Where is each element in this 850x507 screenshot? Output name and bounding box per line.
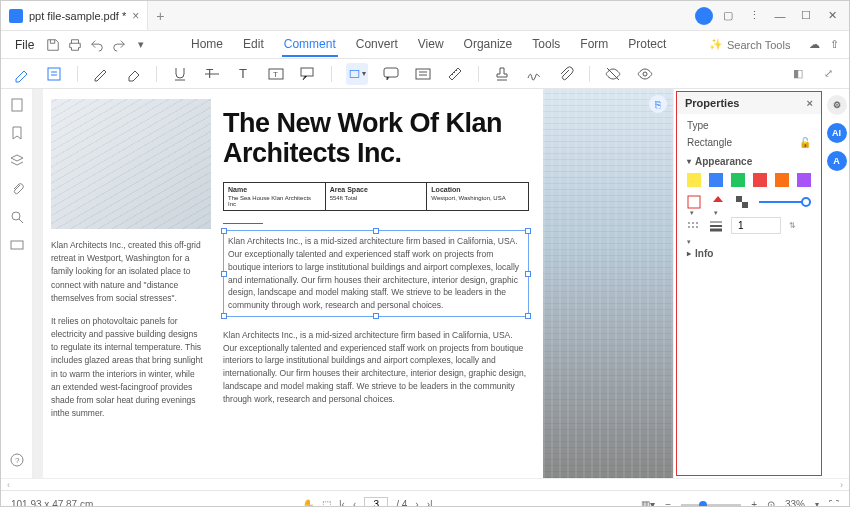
redo-icon[interactable] (112, 38, 126, 52)
settings-rail-icon[interactable]: ⚙ (827, 95, 847, 115)
menu-home[interactable]: Home (189, 33, 225, 57)
properties-close-icon[interactable]: × (807, 97, 813, 109)
resize-handle[interactable] (525, 228, 531, 234)
expand-icon[interactable]: ⤢ (819, 65, 837, 83)
print-icon[interactable] (68, 38, 82, 52)
color-swatch[interactable] (687, 173, 701, 187)
maximize-button[interactable]: ☐ (795, 5, 817, 27)
bookmarks-icon[interactable] (9, 125, 25, 141)
last-page-icon[interactable]: ›| (427, 499, 433, 507)
color-swatch[interactable] (753, 173, 767, 187)
fields-icon[interactable] (9, 237, 25, 253)
strikethrough-icon[interactable]: T (203, 65, 221, 83)
tab-close-icon[interactable]: × (132, 9, 139, 23)
close-window-button[interactable]: ✕ (821, 5, 843, 27)
resize-handle[interactable] (221, 271, 227, 277)
stroke-color-icon[interactable]: ▾ (687, 195, 701, 209)
lock-icon[interactable]: 🔓 (799, 137, 811, 148)
measure-icon[interactable] (446, 65, 464, 83)
selected-textbox[interactable]: Klan Architects Inc., is a mid-sized arc… (223, 230, 529, 317)
opacity-slider[interactable] (759, 201, 811, 203)
select-tool-icon[interactable]: ⬚ (322, 499, 331, 507)
first-page-icon[interactable]: |‹ (339, 499, 345, 507)
menu-view[interactable]: View (416, 33, 446, 57)
save-icon[interactable] (46, 38, 60, 52)
comment-icon[interactable] (382, 65, 400, 83)
area-highlight-icon[interactable] (414, 65, 432, 83)
color-swatch[interactable] (797, 173, 811, 187)
callout-icon[interactable] (299, 65, 317, 83)
page-input[interactable] (364, 497, 388, 507)
highlighter-icon[interactable] (13, 65, 31, 83)
appearance-section[interactable]: ▾Appearance (687, 156, 811, 167)
underline-icon[interactable] (171, 65, 189, 83)
menu-tools[interactable]: Tools (530, 33, 562, 57)
hide-annotations-icon[interactable] (604, 65, 622, 83)
menu-form[interactable]: Form (578, 33, 610, 57)
text-icon[interactable]: T (235, 65, 253, 83)
window-mode-icon[interactable]: ▢ (717, 5, 739, 27)
signature-icon[interactable] (525, 65, 543, 83)
attachments-rail-icon[interactable] (9, 181, 25, 197)
show-annotations-icon[interactable] (636, 65, 654, 83)
undo-icon[interactable] (90, 38, 104, 52)
resize-handle[interactable] (221, 228, 227, 234)
search-tools-input[interactable] (727, 39, 797, 51)
share-icon[interactable]: ⇧ (827, 38, 841, 52)
scroll-right-icon[interactable]: › (840, 480, 843, 490)
thumbnails-icon[interactable] (9, 97, 25, 113)
prev-page-icon[interactable]: ‹ (353, 499, 356, 507)
line-style-icon[interactable]: ▾ (687, 219, 701, 233)
note-icon[interactable] (45, 65, 63, 83)
menu-comment[interactable]: Comment (282, 33, 338, 57)
opacity-icon[interactable] (735, 195, 749, 209)
resize-handle[interactable] (221, 313, 227, 319)
hand-tool-icon[interactable]: ✋ (302, 499, 314, 507)
user-avatar[interactable] (695, 7, 713, 25)
document-canvas[interactable]: Klan Architects Inc., created this off-g… (33, 89, 674, 478)
thickness-input[interactable] (731, 217, 781, 234)
menu-edit[interactable]: Edit (241, 33, 266, 57)
more-icon[interactable]: ⋮ (743, 5, 765, 27)
panel-toggle-icon[interactable]: ◧ (789, 65, 807, 83)
help-icon[interactable]: ? (9, 452, 25, 468)
pencil-icon[interactable] (92, 65, 110, 83)
search-rail-icon[interactable] (9, 209, 25, 225)
menu-organize[interactable]: Organize (462, 33, 515, 57)
fill-color-icon[interactable]: ▾ (711, 195, 725, 209)
zoom-fit-icon[interactable]: ⊙ (767, 499, 775, 507)
ai-tools-icon[interactable]: A (827, 151, 847, 171)
file-menu[interactable]: File (9, 38, 40, 52)
qat-dropdown-icon[interactable]: ▾ (134, 38, 148, 52)
zoom-slider[interactable] (681, 504, 741, 506)
color-swatch[interactable] (775, 173, 789, 187)
resize-handle[interactable] (525, 271, 531, 277)
resize-handle[interactable] (373, 313, 379, 319)
textbox-icon[interactable]: T (267, 65, 285, 83)
fullscreen-icon[interactable]: ⛶ (829, 499, 839, 507)
document-tab[interactable]: ppt file-sample.pdf * × (1, 1, 148, 30)
new-tab-button[interactable]: + (148, 8, 172, 24)
stamp-icon[interactable] (493, 65, 511, 83)
ai-chat-icon[interactable]: AI (827, 123, 847, 143)
resize-handle[interactable] (373, 228, 379, 234)
cloud-icon[interactable]: ☁ (807, 38, 821, 52)
zoom-out-icon[interactable]: − (665, 499, 671, 507)
color-swatch[interactable] (731, 173, 745, 187)
resize-handle[interactable] (525, 313, 531, 319)
minimize-button[interactable]: — (769, 5, 791, 27)
line-weight-icon[interactable] (709, 219, 723, 233)
zoom-in-icon[interactable]: + (751, 499, 757, 507)
attachment-icon[interactable] (557, 65, 575, 83)
clip-icon[interactable]: ⎘ (649, 95, 667, 113)
layers-icon[interactable] (9, 153, 25, 169)
eraser-icon[interactable] (124, 65, 142, 83)
zoom-dropdown-icon[interactable]: ▾ (815, 500, 819, 507)
shape-rect-icon[interactable]: ▾ (346, 63, 368, 85)
menu-protect[interactable]: Protect (626, 33, 668, 57)
stepper-icon[interactable]: ⇅ (789, 221, 796, 230)
info-section[interactable]: ▸Info (687, 248, 811, 259)
color-swatch[interactable] (709, 173, 723, 187)
menu-convert[interactable]: Convert (354, 33, 400, 57)
view-mode-icon[interactable]: ▥▾ (641, 499, 655, 507)
